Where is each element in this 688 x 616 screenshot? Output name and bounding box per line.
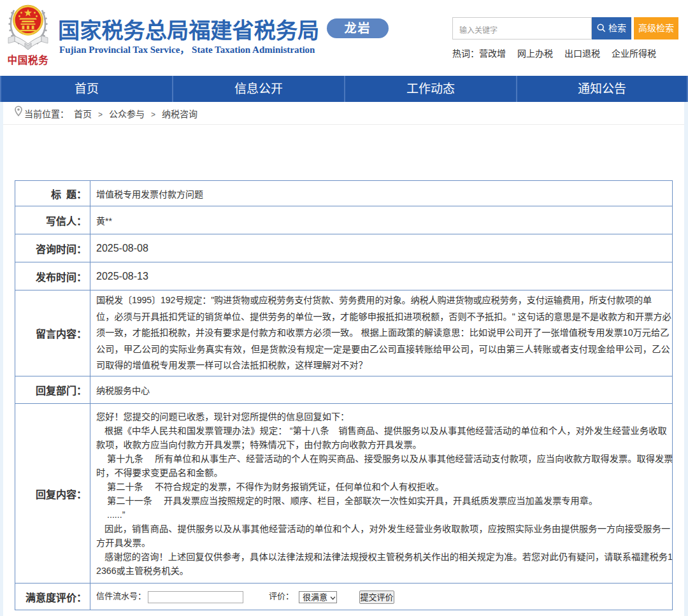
svg-text:中国税务: 中国税务 [7,54,48,66]
